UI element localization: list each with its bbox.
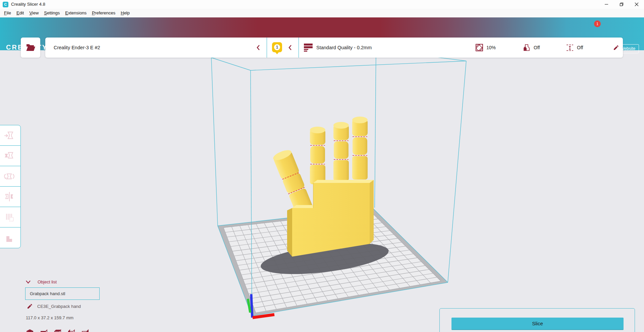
view-top-icon[interactable] bbox=[53, 329, 61, 332]
close-icon bbox=[635, 2, 639, 6]
per-model-settings-icon bbox=[3, 211, 15, 223]
view-3d-icon[interactable] bbox=[26, 329, 34, 332]
mirror-tool[interactable] bbox=[0, 187, 20, 207]
job-name: CE3E_Grabpack hand bbox=[37, 304, 81, 309]
title-bar: C Creality Slicer 4.8 bbox=[0, 0, 644, 9]
printer-chevron-icon[interactable] bbox=[256, 44, 261, 51]
object-list-header[interactable]: Object list bbox=[25, 279, 57, 284]
rotate-icon bbox=[3, 170, 15, 182]
extruder-chevron-icon[interactable] bbox=[288, 44, 292, 51]
app-icon: C bbox=[3, 2, 8, 7]
edit-settings-pencil-icon[interactable] bbox=[613, 45, 619, 51]
support-value[interactable]: Off bbox=[534, 38, 540, 58]
move-tool[interactable] bbox=[0, 125, 20, 146]
tool-sidebar bbox=[0, 125, 21, 248]
restore-button[interactable] bbox=[614, 0, 629, 9]
settings-toolbar: Creality Ender-3 E #2 1 Standard Quality… bbox=[45, 38, 623, 58]
menu-extensions[interactable]: Extensions bbox=[62, 9, 89, 17]
model-grabpack-hand[interactable] bbox=[272, 117, 374, 257]
marketplace-badge: 1 bbox=[594, 20, 601, 27]
view-right-icon[interactable] bbox=[81, 329, 89, 332]
minimize-button[interactable] bbox=[599, 0, 614, 9]
camera-view-presets bbox=[26, 329, 89, 332]
profile-selector[interactable]: Standard Quality - 0.2mm bbox=[316, 38, 372, 58]
support-blocker-icon bbox=[3, 232, 15, 244]
menu-bar: File Edit View Settings Extensions Prefe… bbox=[0, 9, 644, 17]
infill-icon bbox=[476, 44, 483, 51]
adhesion-icon bbox=[566, 44, 574, 51]
mirror-icon bbox=[3, 191, 15, 203]
restore-icon bbox=[620, 2, 624, 6]
printer-selector[interactable]: Creality Ender-3 E #2 bbox=[54, 38, 100, 58]
scale-tool[interactable] bbox=[0, 146, 20, 166]
toolbar-separator bbox=[267, 38, 267, 58]
close-button[interactable] bbox=[629, 0, 644, 9]
extruder-number: 1 bbox=[274, 44, 280, 50]
rotate-tool[interactable] bbox=[0, 166, 20, 187]
chevron-down-icon bbox=[25, 280, 31, 284]
object-list-title: Object list bbox=[38, 279, 57, 284]
job-name-row[interactable]: CE3E_Grabpack hand bbox=[27, 303, 81, 309]
infill-value[interactable]: 10% bbox=[486, 38, 496, 58]
menu-settings[interactable]: Settings bbox=[41, 9, 62, 17]
menu-preferences[interactable]: Preferences bbox=[89, 9, 118, 17]
rename-pencil-icon[interactable] bbox=[27, 303, 33, 309]
menu-view[interactable]: View bbox=[26, 9, 41, 17]
support-blocker-tool[interactable] bbox=[0, 227, 20, 248]
object-list-item[interactable]: Grabpack hand.stl bbox=[25, 287, 100, 300]
menu-file[interactable]: File bbox=[1, 9, 14, 17]
view-left-icon[interactable] bbox=[67, 329, 75, 332]
open-folder-icon bbox=[25, 43, 36, 52]
view-front-icon[interactable] bbox=[40, 329, 48, 332]
adhesion-value[interactable]: Off bbox=[577, 38, 583, 58]
move-icon bbox=[3, 129, 15, 141]
extruder-selector[interactable]: 1 bbox=[272, 42, 282, 52]
slice-panel: Slice bbox=[439, 308, 635, 332]
window-title: Creality Slicer 4.8 bbox=[11, 2, 45, 7]
model-dimensions: 117.0 x 37.2 x 159.7 mm bbox=[26, 315, 73, 320]
profile-layers-icon bbox=[304, 44, 313, 52]
toolbar-separator bbox=[299, 38, 299, 58]
minimize-icon bbox=[604, 2, 608, 6]
menu-edit[interactable]: Edit bbox=[14, 9, 26, 17]
support-icon bbox=[523, 44, 530, 51]
slice-button[interactable]: Slice bbox=[451, 318, 624, 330]
open-file-button[interactable] bbox=[21, 38, 40, 58]
scale-icon bbox=[3, 150, 15, 162]
menu-help[interactable]: Help bbox=[118, 9, 132, 17]
per-model-settings-tool[interactable] bbox=[0, 207, 20, 227]
